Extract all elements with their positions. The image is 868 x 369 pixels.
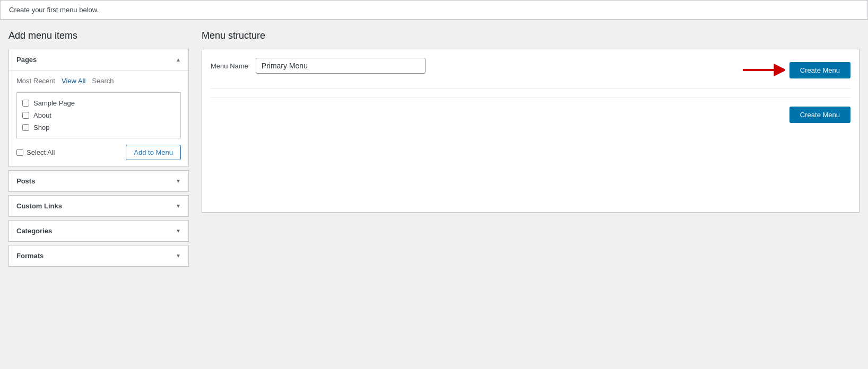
header-menu-row: Menu Name	[211, 58, 850, 89]
menu-empty-area: Create Menu	[211, 98, 850, 204]
tab-view-all[interactable]: View All	[62, 77, 85, 86]
checkbox-sample-page[interactable]	[22, 100, 29, 107]
main-content: Add menu items Pages ▲ Most Recent View …	[0, 30, 868, 270]
page-item-sample-page: Sample Page	[22, 97, 175, 109]
add-menu-items-title: Add menu items	[8, 30, 189, 41]
pages-section: Pages ▲ Most Recent View All Search Samp…	[8, 49, 189, 167]
menu-name-label: Menu Name	[211, 62, 248, 70]
left-column: Add menu items Pages ▲ Most Recent View …	[8, 30, 189, 270]
menu-structure-title: Menu structure	[202, 30, 860, 41]
categories-accordion-header[interactable]: Categories ▼	[9, 221, 188, 241]
pages-tabs: Most Recent View All Search	[16, 77, 181, 86]
pages-accordion-header[interactable]: Pages ▲	[9, 49, 188, 70]
add-to-menu-button[interactable]: Add to Menu	[126, 145, 181, 160]
tab-most-recent[interactable]: Most Recent	[16, 77, 55, 86]
select-all-checkbox[interactable]	[16, 149, 23, 156]
menu-structure-box: Menu Name	[202, 49, 860, 213]
custom-links-label: Custom Links	[16, 202, 62, 210]
posts-label: Posts	[16, 177, 35, 185]
right-column: Menu structure Menu Name	[202, 30, 860, 270]
label-about[interactable]: About	[33, 111, 51, 119]
posts-chevron: ▼	[176, 178, 181, 184]
page-item-shop: Shop	[22, 121, 175, 134]
tab-search[interactable]: Search	[92, 77, 114, 86]
posts-accordion-header[interactable]: Posts ▼	[9, 171, 188, 191]
formats-label: Formats	[16, 252, 44, 260]
formats-chevron: ▼	[176, 253, 181, 259]
top-create-menu-container: Create Menu	[789, 62, 850, 78]
pages-footer-row: Select All Add to Menu	[16, 145, 181, 160]
pages-chevron: ▲	[176, 57, 181, 63]
custom-links-chevron: ▼	[176, 203, 181, 209]
arrow-indicator	[743, 63, 785, 77]
pages-label: Pages	[16, 56, 37, 64]
select-all-label[interactable]: Select All	[16, 148, 55, 156]
pages-list: Sample Page About Shop	[16, 92, 181, 138]
select-all-text: Select All	[27, 148, 55, 156]
formats-section: Formats ▼	[8, 245, 189, 267]
menu-name-input[interactable]	[256, 58, 426, 74]
formats-accordion-header[interactable]: Formats ▼	[9, 245, 188, 266]
menu-name-row: Menu Name	[211, 58, 426, 74]
checkbox-shop[interactable]	[22, 124, 29, 131]
checkbox-about[interactable]	[22, 112, 29, 119]
label-sample-page[interactable]: Sample Page	[33, 99, 75, 107]
custom-links-accordion-header[interactable]: Custom Links ▼	[9, 196, 188, 216]
notice-bar: Create your first menu below.	[0, 0, 868, 20]
create-menu-button-top[interactable]: Create Menu	[789, 62, 850, 78]
custom-links-section: Custom Links ▼	[8, 195, 189, 217]
posts-section: Posts ▼	[8, 170, 189, 192]
pages-accordion-body: Most Recent View All Search Sample Page …	[9, 70, 188, 166]
create-menu-button-bottom[interactable]: Create Menu	[789, 107, 850, 123]
categories-label: Categories	[16, 227, 52, 235]
categories-section: Categories ▼	[8, 220, 189, 242]
label-shop[interactable]: Shop	[33, 124, 49, 131]
page-item-about: About	[22, 109, 175, 121]
notice-text: Create your first menu below.	[9, 6, 99, 14]
categories-chevron: ▼	[176, 228, 181, 234]
red-arrow-svg	[743, 63, 785, 77]
